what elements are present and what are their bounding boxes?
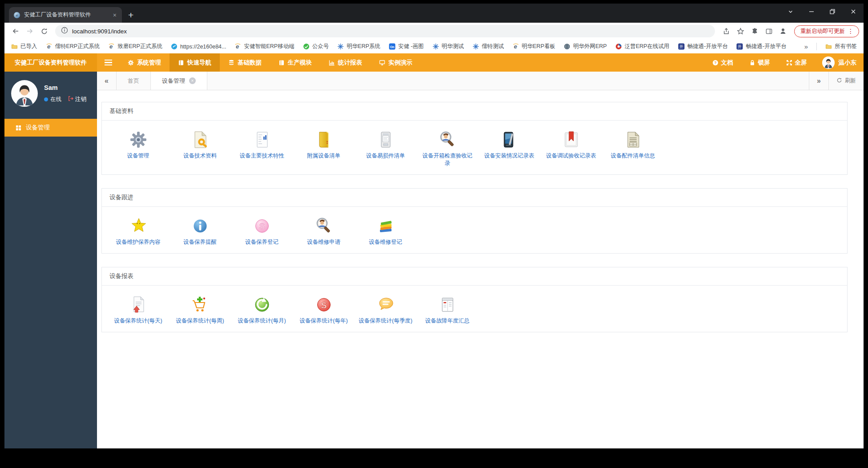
- module-item[interactable]: S设备保养统计(每年): [293, 292, 355, 325]
- bookmark-star-icon[interactable]: [734, 24, 747, 38]
- url-text: localhost:9091/index: [72, 28, 127, 35]
- nav-item-gear[interactable]: 系统管理: [119, 53, 170, 72]
- module-item[interactable]: 设备安装情况记录表: [478, 127, 540, 167]
- panel: 基础资料设备管理设备技术资料设备主要技术特性附属设备清单设备易损件清单设备开箱检…: [101, 102, 848, 175]
- hamburger-icon[interactable]: [97, 53, 119, 72]
- tab-search-chevron-icon[interactable]: [780, 4, 801, 20]
- module-item[interactable]: 设备保养统计(每月): [231, 292, 293, 325]
- nav-util-lock[interactable]: 锁屏: [741, 59, 778, 67]
- browser-menu-kebab-icon[interactable]: ⋮: [845, 28, 856, 35]
- bookmark-item[interactable]: 儒特测试: [472, 43, 504, 50]
- sidebar-item-grid[interactable]: 设备管理: [4, 119, 97, 137]
- content: « 首页 设备管理 × » 刷新 基础资料设备管理设备技术资料设备主要技术特性附…: [97, 72, 864, 448]
- new-tab-button[interactable]: +: [128, 10, 133, 20]
- tab-home[interactable]: 首页: [117, 72, 151, 90]
- module-item[interactable]: 设备开箱检查验收记录: [416, 127, 478, 167]
- module-item-label: 设备维护保养内容: [116, 238, 161, 246]
- user-chip[interactable]: 温小东: [815, 56, 857, 69]
- bookmark-item[interactable]: 开畅捷通-开放平台: [736, 43, 787, 50]
- pink-sphere-icon: S: [253, 217, 271, 235]
- nav-item-label: 统计报表: [338, 59, 362, 67]
- module-item[interactable]: 设备配件清单信息: [602, 127, 664, 167]
- nav-item-book[interactable]: 快速导航: [170, 53, 220, 72]
- bookmark-item[interactable]: https://2e160e84...: [171, 43, 226, 50]
- module-item[interactable]: 设备维护保养内容: [107, 213, 169, 246]
- reload-icon[interactable]: [37, 24, 51, 38]
- nav-util-fullscreen[interactable]: 全屏: [778, 59, 815, 67]
- module-item[interactable]: S设备保养登记: [231, 213, 293, 246]
- tab-device-management[interactable]: 设备管理 ×: [151, 72, 207, 90]
- yellow-book-icon: [315, 130, 333, 149]
- doc-up-icon: [129, 295, 148, 314]
- share-icon[interactable]: [719, 24, 733, 38]
- module-item-label: 设备保养统计(每周): [176, 317, 224, 325]
- tabs-scroll-right-icon[interactable]: »: [809, 72, 828, 90]
- bookmark-item[interactable]: 开畅捷通-开放平台: [678, 43, 728, 50]
- bookmark-item[interactable]: 已导入: [11, 43, 37, 50]
- nav-item-chart[interactable]: 统计报表: [320, 53, 371, 72]
- bookmark-item[interactable]: e致磨ERP正式系统: [108, 43, 162, 50]
- update-chip[interactable]: 重新启动即可更新⋮: [794, 25, 859, 37]
- module-item[interactable]: 设备管理: [107, 127, 169, 167]
- module-item[interactable]: 设备故障年度汇总: [416, 292, 478, 325]
- gear-gray-icon: [129, 130, 148, 149]
- module-item[interactable]: 设备主要技术特性: [231, 127, 293, 167]
- bookmarks-overflow-icon[interactable]: »: [804, 43, 808, 50]
- module-item[interactable]: 设备保养统计(每周): [169, 292, 231, 325]
- module-item[interactable]: 设备维修登记: [355, 213, 416, 246]
- module-item[interactable]: 设备保养统计(每天): [107, 292, 169, 325]
- bookmark-label: 儒特ERP正式系统: [55, 43, 100, 50]
- search-person-icon: [438, 130, 457, 149]
- module-item[interactable]: 设备维修申请: [293, 213, 355, 246]
- module-item[interactable]: 附属设备清单: [293, 127, 355, 167]
- on-badge-icon: On: [389, 43, 396, 50]
- profile-icon[interactable]: [776, 24, 790, 38]
- nav-item-label: 基础数据: [238, 59, 262, 67]
- e-logo-icon: e: [46, 43, 52, 50]
- bookmark-item[interactable]: e儒特ERP正式系统: [46, 43, 100, 50]
- bookmark-item[interactable]: 明华测试: [432, 43, 464, 50]
- all-bookmarks-button[interactable]: 所有书签: [825, 43, 857, 50]
- side-panel-icon[interactable]: [762, 24, 775, 38]
- online-status-label: 在线: [50, 96, 61, 103]
- module-item[interactable]: 设备保养提醒: [169, 213, 231, 246]
- doc-lines-icon: [624, 130, 642, 149]
- flower-icon: [472, 43, 479, 50]
- module-item-label: 设备管理: [127, 152, 149, 160]
- nav-util-help[interactable]: ?文档: [704, 59, 741, 67]
- extensions-puzzle-icon[interactable]: [748, 24, 761, 38]
- bookmark-label: 安健 -画图: [398, 43, 424, 50]
- tabs-scroll-left-icon[interactable]: «: [97, 72, 117, 90]
- nav-item-monitor[interactable]: 实例演示: [371, 53, 421, 72]
- module-item[interactable]: 设备保养统计(每季度): [355, 292, 416, 325]
- user-display-name: 温小东: [839, 59, 857, 67]
- tab-home-label: 首页: [128, 77, 139, 85]
- site-info-icon[interactable]: [61, 27, 68, 36]
- tab-close-icon[interactable]: ×: [112, 12, 117, 19]
- bookmark-item[interactable]: 明华外网ERP: [564, 43, 607, 50]
- nav-item-module[interactable]: 生产模块: [270, 53, 320, 72]
- window-restore-icon[interactable]: [822, 4, 843, 20]
- forward-icon[interactable]: [23, 24, 36, 38]
- url-bar[interactable]: localhost:9091/index: [55, 25, 715, 37]
- tab-close-circle-icon[interactable]: ×: [189, 77, 196, 84]
- panel-body: 设备保养统计(每天)设备保养统计(每周)设备保养统计(每月)S设备保养统计(每年…: [102, 286, 847, 332]
- window-minimize-icon[interactable]: [801, 4, 822, 20]
- window-close-icon[interactable]: [843, 4, 864, 20]
- refresh-button[interactable]: 刷新: [828, 72, 864, 90]
- nav-util-label: 文档: [721, 59, 733, 67]
- module-item[interactable]: 设备调试验收记录表: [540, 127, 602, 167]
- nav-item-database[interactable]: 基础数据: [220, 53, 270, 72]
- logout-button[interactable]: 注销: [68, 96, 86, 103]
- bookmark-item[interactable]: e明华ERP看板: [513, 43, 556, 50]
- bookmark-item[interactable]: 公众号: [303, 43, 329, 50]
- app-brand: 安健工厂设备资料管理软件: [4, 53, 97, 72]
- bookmark-item[interactable]: e安健智能ERP移动端: [234, 43, 294, 50]
- back-icon[interactable]: [9, 24, 22, 38]
- module-item[interactable]: 设备易损件清单: [355, 127, 416, 167]
- bookmark-item[interactable]: 泛普ERP在线试用: [615, 43, 670, 50]
- module-item[interactable]: 设备技术资料: [169, 127, 231, 167]
- browser-tab[interactable]: e 安健工厂设备资料管理软件 ×: [9, 7, 122, 23]
- bookmark-item[interactable]: 明华ERP系统: [337, 43, 380, 50]
- bookmark-item[interactable]: On安健 -画图: [389, 43, 424, 50]
